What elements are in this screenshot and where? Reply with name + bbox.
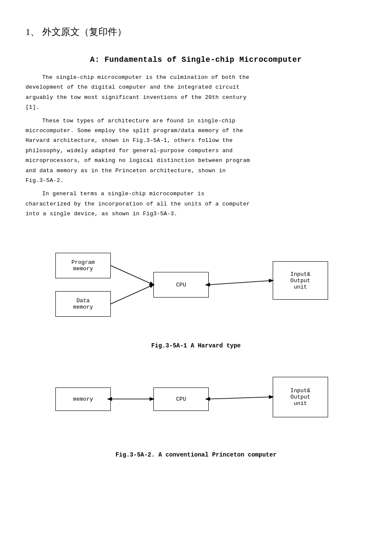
paragraph-3: In general terms a single-chip microcomp…	[26, 189, 366, 219]
paragraph-2: These tow types of architecture are foun…	[26, 116, 366, 186]
harvard-caption: Fig.3-5A-1 A Harvard type	[26, 342, 366, 349]
section-title: A: Fundamentals of Single-chip Microcomp…	[26, 55, 366, 64]
svg-line-1	[111, 285, 153, 304]
harvard-arrows-svg	[26, 240, 366, 338]
princeton-diagram: memory CPU Input&Outputunit	[26, 362, 366, 447]
page-title: 1、 外文原文（复印件）	[26, 26, 366, 38]
paragraph-1: The single-chip microcomputer is the cul…	[26, 72, 366, 113]
svg-line-0	[111, 266, 153, 285]
svg-line-4	[209, 397, 273, 399]
body-text: The single-chip microcomputer is the cul…	[26, 72, 366, 219]
svg-line-2	[209, 280, 273, 285]
princeton-arrows-svg	[26, 362, 366, 447]
harvard-diagram: Programmemory Datamemory CPU Input&Outpu…	[26, 240, 366, 338]
princeton-caption: Fig.3-5A-2. A conventional Princeton com…	[26, 451, 366, 458]
